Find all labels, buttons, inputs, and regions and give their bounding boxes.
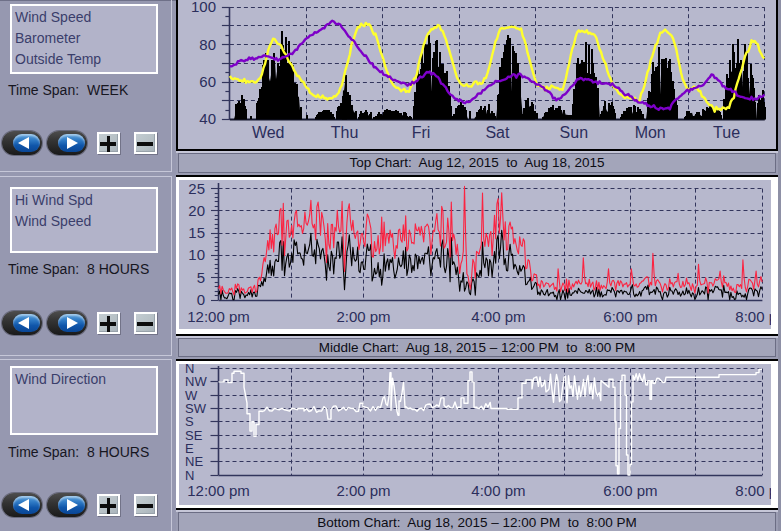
svg-text:Wed: Wed (252, 124, 285, 141)
svg-text:4:00 pm: 4:00 pm (471, 308, 525, 325)
svg-text:12:00 pm: 12:00 pm (187, 308, 250, 325)
svg-text:2:00 pm: 2:00 pm (336, 308, 390, 325)
svg-text:Sun: Sun (560, 124, 588, 141)
svg-text:80: 80 (199, 36, 216, 53)
svg-text:25: 25 (188, 180, 205, 197)
svg-text:Mon: Mon (635, 124, 666, 141)
svg-text:10: 10 (188, 246, 205, 263)
svg-text:Sat: Sat (485, 124, 510, 141)
svg-text:Thu: Thu (331, 124, 359, 141)
svg-text:6:00 pm: 6:00 pm (603, 482, 657, 499)
svg-text:N: N (185, 468, 194, 483)
svg-text:6:00 pm: 6:00 pm (603, 308, 657, 325)
svg-text:Fri: Fri (412, 124, 431, 141)
svg-text:12:00 pm: 12:00 pm (187, 482, 250, 499)
svg-text:40: 40 (199, 110, 216, 127)
svg-text:2:00 pm: 2:00 pm (336, 482, 390, 499)
svg-text:4:00 pm: 4:00 pm (471, 482, 525, 499)
svg-text:8:00 pm: 8:00 pm (735, 482, 771, 499)
svg-text:100: 100 (191, 0, 216, 15)
svg-text:Tue: Tue (713, 124, 740, 141)
svg-text:5: 5 (197, 269, 205, 286)
svg-text:0: 0 (197, 291, 205, 308)
svg-text:8:00 pm: 8:00 pm (735, 308, 771, 325)
svg-text:15: 15 (188, 224, 205, 241)
svg-text:60: 60 (199, 73, 216, 90)
svg-text:20: 20 (188, 202, 205, 219)
